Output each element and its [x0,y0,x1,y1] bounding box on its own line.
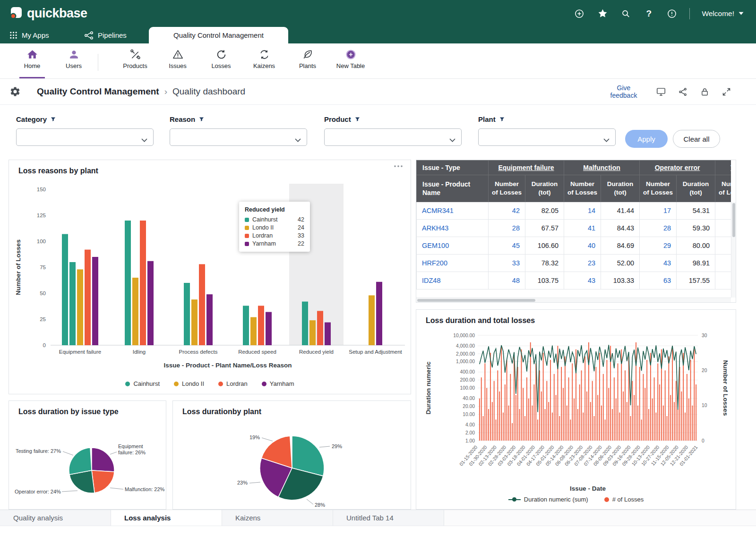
help-icon[interactable]: ? [643,8,654,19]
dashboard-tab-kaizens[interactable]: Kaizens [222,510,333,526]
bar[interactable] [147,261,154,345]
group-header-cell[interactable]: Operator error [640,161,715,175]
bar[interactable] [191,299,198,345]
bar[interactable] [62,234,68,345]
product-link[interactable]: ARKH43 [417,220,489,237]
column-header-cell[interactable]: Number of Losses [640,175,677,202]
share-icon[interactable] [678,86,688,97]
column-header-cell[interactable]: Duration (tot) [601,175,640,202]
losses-cell[interactable]: 45 [489,237,525,255]
quickbase-brand[interactable]: quickbase [9,6,87,21]
column-header-cell[interactable]: Number of Losses [715,175,731,202]
product-link[interactable]: IDZ48 [417,272,489,289]
column-header-cell[interactable]: Number of Losses [564,175,601,202]
pie-slice[interactable] [92,470,114,493]
table-tab-kaizens[interactable]: Kaizens [245,49,283,78]
legend-item[interactable]: Cainhurst [125,380,160,387]
group-header-cell[interactable]: Malfunction [564,161,640,175]
losses-cell[interactable]: 28 [489,220,525,237]
settings-gear-button[interactable] [9,86,21,97]
filter-funnel-icon[interactable] [51,117,56,122]
losses-cell[interactable]: 63 [640,272,677,289]
losses-cell[interactable]: 41 [564,220,601,237]
legend-item[interactable]: Londo II [174,380,204,387]
bar[interactable] [325,323,331,345]
filter-funnel-icon[interactable] [499,117,505,122]
bar[interactable] [140,221,146,345]
pie-slice[interactable] [92,448,114,472]
bar[interactable] [206,294,213,345]
dashboard-tab-loss-analysis[interactable]: Loss analysis [111,510,222,526]
bar[interactable] [184,283,190,345]
bar[interactable] [369,295,375,345]
reason-select[interactable] [170,128,307,146]
bar[interactable] [302,302,308,345]
losses-cell[interactable]: 48 [489,272,525,289]
losses-cell[interactable]: 29 [640,237,677,255]
bar[interactable] [92,257,98,345]
column-header-cell[interactable]: Number of Losses [489,175,525,202]
product-link[interactable]: ACMR341 [417,202,489,220]
group-header-cell[interactable]: Testing failure [715,161,731,175]
table-tab-losses[interactable]: Losses [202,49,240,78]
expand-icon[interactable] [721,86,731,97]
vertical-scrollbar[interactable] [731,202,736,298]
bar[interactable] [69,262,76,345]
bar[interactable] [85,250,91,345]
horizontal-scrollbar[interactable] [416,298,731,302]
column-header-cell[interactable]: Duration (tot) [525,175,564,202]
product-link[interactable]: GEM100 [417,237,489,255]
losses-cell[interactable]: 28 [640,220,677,237]
losses-cell[interactable]: 43 [640,255,677,272]
bar[interactable] [317,311,323,345]
my-apps-nav[interactable]: My Apps [9,27,49,43]
dashboard-tab-quality-analysis[interactable]: Quality analysis [0,510,111,526]
give-feedback-link[interactable]: Give feedback [607,84,641,99]
table-tab-plants[interactable]: Plants [289,49,326,78]
bar[interactable] [309,320,316,345]
bar[interactable] [199,264,205,345]
welcome-menu[interactable]: Welcome! [702,9,744,18]
app-tab-quality-control-management[interactable]: Quality Control Management [149,27,288,43]
table-tab-issues[interactable]: Issues [159,49,197,78]
bar[interactable] [376,282,382,345]
table-tab-home[interactable]: Home [13,49,51,78]
losses-cell[interactable]: 40 [564,237,601,255]
clear-all-button[interactable]: Clear all [673,130,720,148]
legend-item[interactable]: Duration numeric (sum) [508,496,588,503]
losses-cell[interactable]: 42 [489,202,525,220]
group-header-cell[interactable]: Equipment failure [489,161,564,175]
bar[interactable] [125,221,131,345]
losses-cell[interactable]: 14 [564,202,601,220]
losses-cell[interactable]: 43 [564,272,601,289]
lock-icon[interactable] [699,86,710,97]
losses-cell[interactable]: 17 [640,202,677,220]
search-icon[interactable] [620,8,631,19]
legend-item[interactable]: # of Losses [604,496,644,503]
scrollbar-thumb[interactable] [732,203,735,237]
losses-cell[interactable]: 23 [564,255,601,272]
filter-funnel-icon[interactable] [355,117,360,122]
column-header-cell[interactable]: Issue - Product Name [417,175,489,202]
table-tab-users[interactable]: Users [55,49,93,78]
legend-item[interactable]: Lordran [218,380,248,387]
product-link[interactable]: HRF200 [417,255,489,272]
presentation-icon[interactable] [656,86,666,97]
breadcrumb-app[interactable]: Quality Control Management [37,86,159,97]
pie-slice[interactable] [69,448,92,475]
column-header-cell[interactable]: Duration (tot) [677,175,715,202]
scrollbar-thumb[interactable] [417,299,535,302]
bar[interactable] [250,317,257,345]
notifications-icon[interactable] [666,8,678,19]
bar[interactable] [77,269,83,345]
plant-select[interactable] [478,128,616,146]
filter-funnel-icon[interactable] [199,117,204,122]
legend-item[interactable]: Yarnham [262,380,294,387]
dots-menu-icon[interactable] [393,163,404,171]
bar[interactable] [258,306,264,345]
bar[interactable] [132,278,138,345]
bar[interactable] [243,306,249,345]
add-icon[interactable] [574,8,585,19]
product-select[interactable] [324,128,462,146]
dashboard-tab-untitled-14[interactable]: Untitled Tab 14 [333,510,444,526]
